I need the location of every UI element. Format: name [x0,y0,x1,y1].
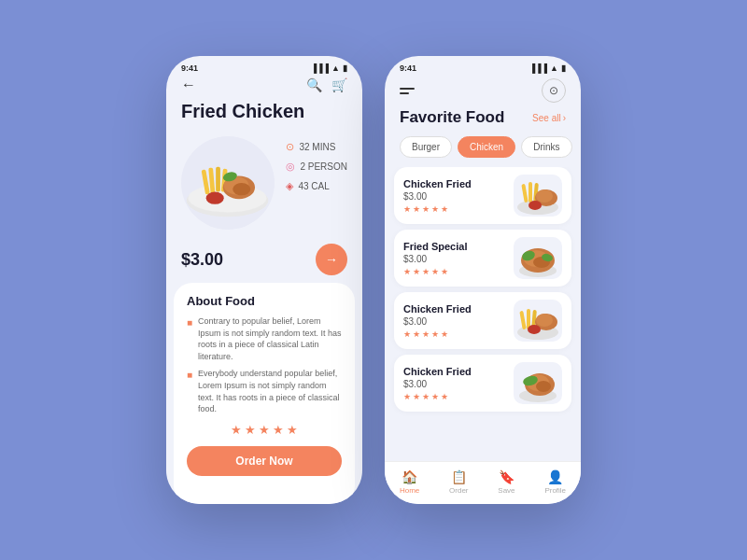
stat-person-value: 2 PERSON [300,161,347,172]
battery-icon-r: ▮ [561,63,566,73]
home-icon: 🏠 [402,469,417,484]
profile-nav-icon: 👤 [547,469,563,484]
ham-line-2 [400,92,409,94]
food-price: $3.00 [181,250,223,270]
cal-icon: ◈ [286,180,293,192]
stat-time-value: 32 MINS [299,142,335,152]
screens-container: 9:41 ▐▐▐ ▲ ▮ ← 🔍 🛒 Fried Chicken [166,56,581,504]
add-to-cart-button[interactable]: → [316,244,347,275]
left-header: ← 🔍 🛒 [166,77,362,101]
status-icons-left: ▐▐▐ ▲ ▮ [311,63,347,73]
food-card-1-price: $3.00 [403,191,506,202]
food-card-4[interactable]: Chicken Fried $3.00 ★ ★ ★ ★ ★ [394,355,571,412]
nav-save[interactable]: 🔖 Save [498,469,514,495]
stat-cal: ◈ 43 CAL [286,180,347,192]
food-title: Fried Chicken [166,101,362,132]
right-header: ⊙ [385,77,581,108]
food-card-3-stars: ★ ★ ★ ★ ★ [403,329,506,339]
nav-profile-label: Profile [544,486,566,495]
food-card-3-price: $3.00 [403,316,506,327]
stat-time: ⊙ 32 MINS [286,141,347,153]
favorite-title: Favorite Food [400,108,504,127]
header-icons: 🔍 🛒 [306,77,347,92]
wifi-icon: ▲ [331,63,340,73]
star-2: ★ [245,423,256,437]
about-section: About Food ■ Contrary to popular belief,… [174,283,355,504]
menu-button[interactable] [400,88,415,94]
save-icon: 🔖 [499,469,514,484]
food-card-4-name: Chicken Fried [403,366,506,377]
food-card-3-image [514,300,562,342]
signal-icon: ▐▐▐ [311,63,329,73]
food-card-2[interactable]: Fried Special $3.00 ★ ★ ★ ★ ★ [394,230,571,287]
svg-point-34 [536,381,551,392]
star-3: ★ [259,423,270,437]
tab-chicken[interactable]: Chicken [458,136,515,158]
food-card-2-name: Fried Special [403,241,506,252]
back-button[interactable]: ← [181,77,196,93]
svg-rect-13 [529,182,532,203]
food-card-2-info: Fried Special $3.00 ★ ★ ★ ★ ★ [403,241,506,276]
svg-point-17 [529,201,542,210]
order-now-button[interactable]: Order Now [187,446,342,476]
tab-burger[interactable]: Burger [400,136,452,158]
food-card-1-image [514,175,562,217]
food-card-3[interactable]: Chicken Fried $3.00 ★ ★ ★ ★ ★ [394,292,571,349]
time-icon: ⊙ [286,141,294,153]
wifi-icon-r: ▲ [550,63,558,73]
profile-button[interactable]: ⊙ [542,78,566,103]
search-icon[interactable]: 🔍 [306,77,322,92]
about-item-2: ■ Everybody understand popular belief, L… [187,368,342,414]
food-card-2-stars: ★ ★ ★ ★ ★ [403,267,506,276]
food-image-area: ⊙ 32 MINS ◎ 2 PERSON ◈ 43 CAL [181,132,347,234]
about-text-1: Contrary to popular belief, Lorem Ipsum … [198,315,342,362]
status-time-left: 9:41 [181,63,198,73]
cart-icon[interactable]: 🛒 [331,77,347,92]
ham-line-1 [400,88,415,90]
nav-save-label: Save [498,486,514,495]
about-text-2: Everybody understand popular belief, Lor… [198,368,342,414]
status-bar-right: 9:41 ▐▐▐ ▲ ▮ [385,56,581,77]
svg-point-30 [528,325,541,334]
food-list: Chicken Fried $3.00 ★ ★ ★ ★ ★ [385,167,581,461]
status-bar-left: 9:41 ▐▐▐ ▲ ▮ [166,56,362,77]
food-image-svg [181,141,275,225]
svg-rect-12 [521,184,528,203]
food-card-1-name: Chicken Fried [403,178,506,189]
nav-order[interactable]: 📋 Order [449,469,468,495]
order-icon: 📋 [451,469,467,484]
about-dot-2: ■ [187,369,192,414]
stat-cal-value: 43 CAL [298,181,329,191]
food-card-1-stars: ★ ★ ★ ★ ★ [403,204,506,214]
left-phone: 9:41 ▐▐▐ ▲ ▮ ← 🔍 🛒 Fried Chicken [166,56,362,504]
battery-icon: ▮ [343,63,347,73]
signal-icon-r: ▐▐▐ [529,63,547,73]
food-card-3-info: Chicken Fried $3.00 ★ ★ ★ ★ ★ [403,303,506,339]
price-row: $3.00 → [166,234,362,283]
right-phone: 9:41 ▐▐▐ ▲ ▮ ⊙ Favorite Food See all › B… [385,56,581,504]
svg-point-9 [206,192,224,204]
tab-drinks[interactable]: Drinks [521,136,571,158]
food-card-4-stars: ★ ★ ★ ★ ★ [403,392,506,401]
see-all-button[interactable]: See all › [532,113,566,123]
food-card-2-image [514,237,562,279]
about-dot-1: ■ [187,316,192,362]
favorite-header: Favorite Food See all › [385,108,581,136]
nav-home-label: Home [400,486,419,495]
food-card-1[interactable]: Chicken Fried $3.00 ★ ★ ★ ★ ★ [394,167,571,224]
food-card-4-image [514,362,562,404]
food-circle-bg [181,136,275,230]
svg-point-16 [536,189,553,203]
bottom-nav: 🏠 Home 📋 Order 🔖 Save 👤 Profile [385,461,581,504]
food-stats: ⊙ 32 MINS ◎ 2 PERSON ◈ 43 CAL [286,141,347,192]
food-card-4-price: $3.00 [403,379,506,389]
star-4: ★ [273,423,284,437]
svg-rect-4 [216,167,220,192]
category-tabs: Burger Chicken Drinks [385,136,581,167]
svg-rect-25 [519,311,526,329]
star-5: ★ [287,423,298,437]
nav-profile[interactable]: 👤 Profile [544,469,566,495]
nav-order-label: Order [449,486,468,495]
stars-row: ★ ★ ★ ★ ★ [187,423,342,437]
nav-home[interactable]: 🏠 Home [400,469,419,495]
